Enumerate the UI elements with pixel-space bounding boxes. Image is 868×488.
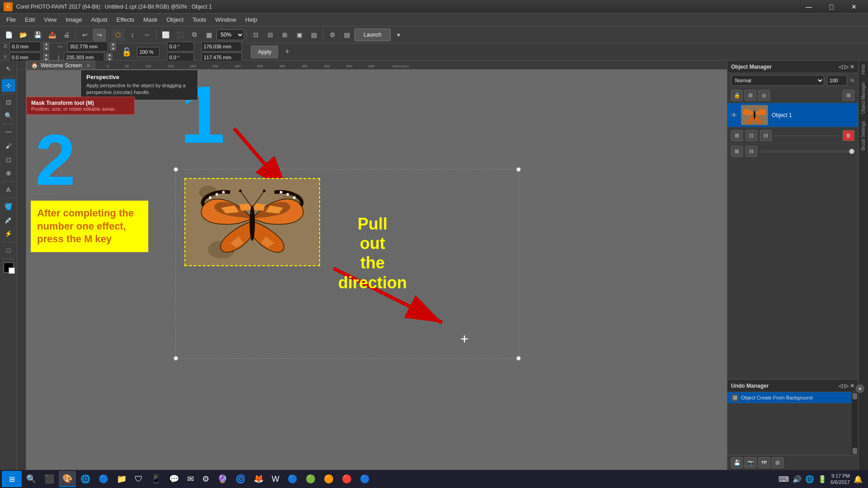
crop-tool[interactable]: ⊡ bbox=[2, 96, 15, 108]
lock-ratio-icon[interactable]: 🔓 bbox=[122, 47, 132, 57]
print-button[interactable]: 🖨 bbox=[60, 28, 73, 41]
ie-button[interactable]: 🔵 bbox=[95, 471, 112, 487]
tool6-button[interactable]: ▦ bbox=[202, 28, 216, 41]
save-button[interactable]: 💾 bbox=[31, 28, 44, 41]
selection-handle-tr[interactable] bbox=[516, 167, 521, 172]
task-view-button[interactable]: ⬛ bbox=[41, 471, 58, 487]
eraser-tool[interactable]: ◻ bbox=[2, 153, 15, 166]
transform-tool[interactable]: ⊹ bbox=[2, 79, 15, 92]
tool5-button[interactable]: ⧉ bbox=[188, 28, 201, 41]
object-row[interactable]: 👁 Object 1 bbox=[727, 103, 858, 127]
menu-window[interactable]: Window bbox=[211, 14, 241, 25]
taskbar-speaker-icon[interactable]: 🔊 bbox=[793, 475, 802, 483]
export-button[interactable]: 📤 bbox=[45, 28, 59, 41]
quick-launch-button[interactable]: ▤ bbox=[340, 28, 354, 41]
new-button[interactable]: 📄 bbox=[2, 28, 15, 41]
tool8-button[interactable]: ⊟ bbox=[264, 28, 277, 41]
taskbar-battery-icon[interactable]: 🔋 bbox=[818, 475, 827, 483]
butterfly-image-frame[interactable] bbox=[184, 178, 320, 266]
menu-mask[interactable]: Mask bbox=[139, 14, 162, 25]
shield-button[interactable]: 🛡 bbox=[131, 471, 146, 487]
apply-button[interactable]: Apply bbox=[251, 46, 278, 58]
interactive-tool[interactable]: ⚡ bbox=[2, 227, 15, 240]
redo-button[interactable]: ↪ bbox=[93, 28, 106, 41]
background-color[interactable] bbox=[9, 267, 15, 274]
add-button[interactable]: + bbox=[282, 47, 292, 57]
w-up-spinner[interactable]: ▲ bbox=[110, 42, 116, 47]
snap-obj-button[interactable]: ⊞ bbox=[843, 90, 854, 101]
x-down-spinner[interactable]: ▼ bbox=[43, 47, 49, 51]
edge-button[interactable]: 🌐 bbox=[77, 471, 94, 487]
h-up-spinner[interactable]: ▲ bbox=[106, 53, 113, 57]
flip-button[interactable]: ⊟ bbox=[745, 146, 757, 157]
opacity-slider-thumb[interactable] bbox=[849, 149, 854, 154]
new-from-bg-button[interactable]: ⊡ bbox=[745, 130, 757, 141]
new-layer-button[interactable]: ⊞ bbox=[731, 130, 743, 141]
app5-button[interactable]: 🟢 bbox=[302, 471, 319, 487]
app7-button[interactable]: 🔴 bbox=[338, 471, 355, 487]
tool11-button[interactable]: ▤ bbox=[307, 28, 321, 41]
menu-edit[interactable]: Edit bbox=[20, 14, 39, 25]
undo-add-button[interactable]: + bbox=[855, 384, 864, 393]
start-button[interactable]: ⊞ bbox=[2, 471, 22, 487]
app2-button[interactable]: 🔮 bbox=[214, 471, 231, 487]
close-button[interactable]: ✕ bbox=[844, 0, 864, 14]
browser2-button[interactable]: 🦊 bbox=[250, 471, 267, 487]
shape-tool[interactable]: □ bbox=[2, 244, 15, 257]
canvas[interactable]: Perspective Apply perspective to the obj… bbox=[26, 70, 727, 470]
corel-taskbar-button[interactable]: 🎨 bbox=[59, 471, 76, 487]
combine-button[interactable]: ⊟ bbox=[760, 130, 772, 141]
zoom-tool[interactable]: 🔍 bbox=[2, 109, 15, 122]
app4-button[interactable]: 🔵 bbox=[284, 471, 301, 487]
undo-camera-button[interactable]: 📷 bbox=[745, 457, 756, 468]
launch-dropdown[interactable]: ▾ bbox=[392, 28, 405, 41]
undo-scrollbar[interactable] bbox=[852, 392, 858, 455]
x-input[interactable] bbox=[9, 42, 41, 52]
opacity-input[interactable] bbox=[827, 75, 847, 86]
mask-feather-button[interactable]: ⬡ bbox=[111, 28, 125, 41]
object-manager-tab[interactable]: Object Manager bbox=[861, 82, 866, 114]
opacity-slider-track[interactable] bbox=[760, 150, 854, 153]
coord1-input[interactable] bbox=[201, 42, 242, 52]
freehand-tool[interactable]: 〰 bbox=[2, 126, 15, 139]
minimize-button[interactable]: — bbox=[798, 0, 819, 14]
selection-handle-bl[interactable] bbox=[174, 356, 178, 361]
menu-help[interactable]: Help bbox=[241, 14, 262, 25]
undo-button[interactable]: ↩ bbox=[78, 28, 92, 41]
app3-button[interactable]: 🌀 bbox=[232, 471, 249, 487]
scroll-up-button[interactable] bbox=[853, 393, 857, 399]
tool1-button[interactable]: ↕ bbox=[126, 28, 139, 41]
paint-tool[interactable]: 🖌 bbox=[2, 140, 15, 152]
search-button[interactable]: 🔍 bbox=[23, 471, 40, 487]
menu-adjust[interactable]: Adjust bbox=[86, 14, 112, 25]
y-up-spinner[interactable]: ▲ bbox=[43, 53, 49, 57]
menu-image[interactable]: Image bbox=[61, 14, 86, 25]
undo-panel-nav[interactable]: ◁ ▷ ✕ bbox=[839, 383, 854, 389]
phone-button[interactable]: 📱 bbox=[147, 471, 165, 487]
taskbar-notification-icon[interactable]: 🔔 bbox=[854, 475, 863, 483]
tool9-button[interactable]: ⊞ bbox=[278, 28, 292, 41]
width-input[interactable] bbox=[67, 42, 108, 52]
w-down-spinner[interactable]: ▼ bbox=[110, 47, 116, 51]
scale-input[interactable] bbox=[137, 47, 160, 57]
settings-button[interactable]: ⚙ bbox=[326, 28, 339, 41]
mail-button[interactable]: ✉ bbox=[184, 471, 198, 487]
lock-obj-button[interactable]: 🔒 bbox=[731, 90, 743, 101]
undo-bookmark-button[interactable]: 🗺 bbox=[758, 457, 770, 468]
undo-grid-button[interactable]: ⊞ bbox=[772, 457, 783, 468]
text-tool[interactable]: A bbox=[2, 183, 15, 196]
menu-object[interactable]: Object bbox=[162, 14, 188, 25]
tab-close-icon[interactable]: ✕ bbox=[86, 63, 90, 68]
clone-tool[interactable]: ⊕ bbox=[2, 167, 15, 179]
welcome-screen-tab[interactable]: 🏠 Welcome Screen ✕ bbox=[26, 61, 95, 70]
scroll-down-button[interactable] bbox=[853, 448, 857, 454]
panel-nav-arrows[interactable]: ◁ ▷ ✕ bbox=[839, 64, 854, 70]
menu-file[interactable]: File bbox=[2, 14, 20, 25]
brush-settings-tab[interactable]: Brush Settings bbox=[861, 121, 866, 150]
selection-handle-br[interactable] bbox=[516, 356, 521, 361]
zoom-select[interactable]: 50%100%200% bbox=[217, 29, 244, 40]
tool4-button[interactable]: ⬛ bbox=[173, 28, 187, 41]
tool10-button[interactable]: ▣ bbox=[292, 28, 306, 41]
fill-tool[interactable]: 🪣 bbox=[2, 200, 15, 213]
circle-obj-button[interactable]: ◎ bbox=[758, 90, 770, 101]
